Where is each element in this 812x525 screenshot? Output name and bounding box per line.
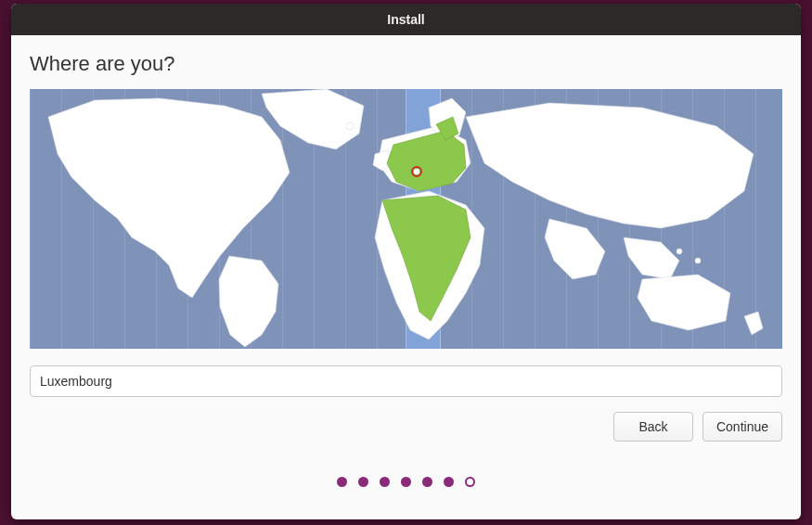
world-map-svg bbox=[30, 89, 782, 349]
progress-dot bbox=[401, 477, 411, 487]
location-pin-icon bbox=[411, 166, 422, 177]
progress-dot bbox=[380, 477, 390, 487]
progress-dot bbox=[422, 477, 432, 487]
progress-dot bbox=[465, 477, 475, 487]
svg-point-2 bbox=[695, 258, 701, 263]
progress-dot bbox=[444, 477, 454, 487]
continue-button[interactable]: Continue bbox=[702, 412, 782, 442]
timezone-map[interactable] bbox=[30, 89, 782, 349]
content-area: Where are you? bbox=[11, 35, 801, 519]
back-button[interactable]: Back bbox=[613, 412, 693, 442]
titlebar: Install bbox=[11, 4, 801, 35]
location-input[interactable] bbox=[30, 365, 782, 397]
page-heading: Where are you? bbox=[30, 52, 782, 76]
window-title: Install bbox=[387, 12, 424, 27]
progress-dots bbox=[30, 477, 782, 487]
progress-dot bbox=[337, 477, 347, 487]
svg-point-0 bbox=[346, 122, 354, 130]
installer-window: Install Where are you? bbox=[11, 4, 801, 519]
svg-point-1 bbox=[677, 249, 682, 254]
progress-dot bbox=[358, 477, 368, 487]
nav-buttons: Back Continue bbox=[30, 412, 782, 442]
